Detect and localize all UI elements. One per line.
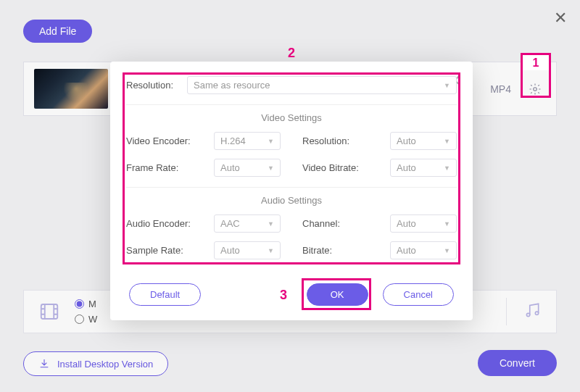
channel-label: Channel: <box>302 218 390 229</box>
frame-rate-select[interactable]: Auto▼ <box>214 159 281 177</box>
caret-down-icon: ▼ <box>268 138 274 145</box>
video-encoder-select[interactable]: H.264▼ <box>214 132 281 150</box>
caret-down-icon: ▼ <box>444 247 450 254</box>
caret-down-icon: ▼ <box>444 164 450 172</box>
cancel-button[interactable]: Cancel <box>383 283 454 306</box>
sample-rate-select[interactable]: Auto▼ <box>214 241 281 259</box>
caret-down-icon: ▼ <box>268 247 274 254</box>
sample-rate-label: Sample Rate: <box>126 245 214 256</box>
annotation-number-2: 2 <box>288 46 295 61</box>
video-encoder-label: Video Encoder: <box>126 135 214 146</box>
caret-down-icon: ▼ <box>444 82 450 89</box>
resolution2-label: Resolution: <box>302 135 390 146</box>
frame-rate-label: Frame Rate: <box>126 162 214 173</box>
bitrate-label: Bitrate: <box>302 245 390 256</box>
bitrate-select[interactable]: Auto▼ <box>390 241 457 259</box>
audio-settings-title: Audio Settings <box>126 188 457 214</box>
annotation-number-1: 1 <box>521 53 551 70</box>
resolution2-select[interactable]: Auto▼ <box>390 132 457 150</box>
ok-button[interactable]: OK <box>307 283 368 306</box>
resolution-label: Resolution: <box>126 80 183 91</box>
caret-down-icon: ▼ <box>444 138 450 145</box>
caret-down-icon: ▼ <box>268 164 274 172</box>
caret-down-icon: ▼ <box>444 220 450 228</box>
annotation-box-1: 1 <box>521 53 551 98</box>
video-bitrate-select[interactable]: Auto▼ <box>390 159 457 177</box>
audio-encoder-label: Audio Encoder: <box>126 218 214 229</box>
video-bitrate-label: Video Bitrate: <box>302 162 390 173</box>
channel-select[interactable]: Auto▼ <box>390 214 457 233</box>
settings-modal: ✕ 2 Resolution: Same as resource ▼ Video… <box>110 62 473 320</box>
annotation-number-3: 3 <box>280 288 287 303</box>
video-settings-title: Video Settings <box>126 105 457 132</box>
resolution-select-value: Same as resource <box>194 80 270 91</box>
audio-encoder-select[interactable]: AAC▼ <box>214 214 281 233</box>
resolution-select[interactable]: Same as resource ▼ <box>187 76 457 94</box>
default-button[interactable]: Default <box>129 283 201 306</box>
caret-down-icon: ▼ <box>268 220 274 228</box>
